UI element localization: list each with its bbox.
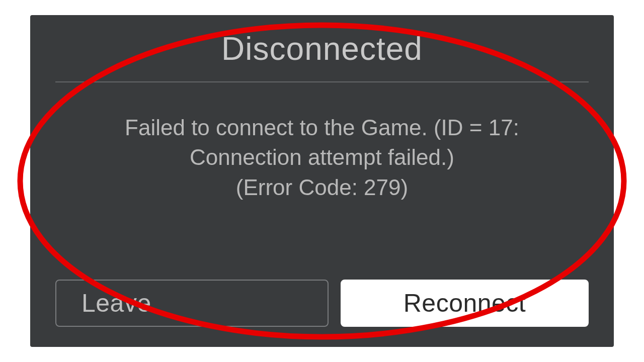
dialog-title: Disconnected: [55, 30, 589, 67]
message-line-2: Connection attempt failed.): [190, 145, 454, 169]
reconnect-button[interactable]: Reconnect: [341, 280, 589, 327]
leave-button[interactable]: Leave: [55, 280, 329, 327]
divider: [55, 81, 589, 82]
message-line-3: (Error Code: 279): [236, 175, 408, 200]
message-line-1: Failed to connect to the Game. (ID = 17:: [125, 115, 519, 140]
disconnected-dialog: Disconnected Failed to connect to the Ga…: [30, 15, 614, 347]
error-message: Failed to connect to the Game. (ID = 17:…: [55, 113, 589, 264]
dialog-buttons: Leave Reconnect: [55, 280, 589, 327]
